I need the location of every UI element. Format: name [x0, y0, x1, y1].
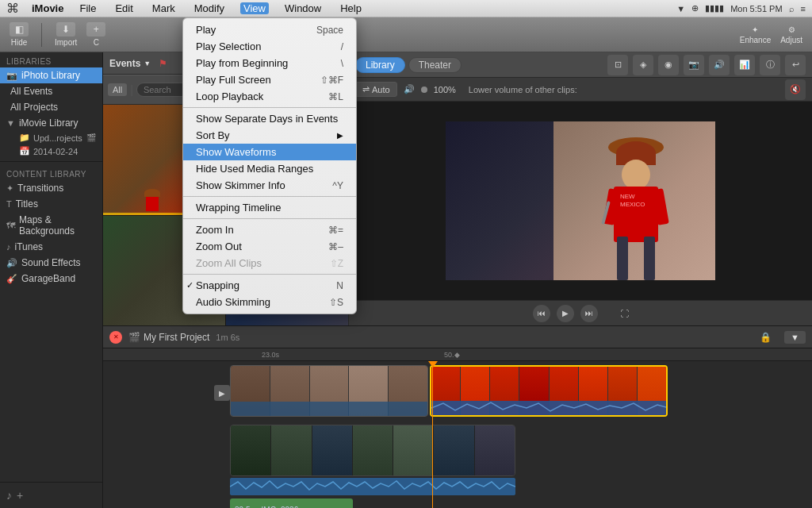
- clock: Mon 5:51 PM: [730, 4, 782, 13]
- menu-show-skimmer-info[interactable]: Show Skimmer Info ^Y: [183, 177, 356, 194]
- menu-help[interactable]: Help: [337, 2, 365, 14]
- menu-show-waveforms[interactable]: Show Waveforms: [183, 144, 356, 160]
- menu-zoom-out[interactable]: Zoom Out ⌘–: [183, 238, 356, 255]
- app-name[interactable]: iMovie: [32, 2, 63, 14]
- menu-zoom-all-clips[interactable]: Zoom All Clips ⇧Z: [183, 255, 356, 271]
- menu-modify[interactable]: Modify: [191, 2, 228, 14]
- menu-play-from-beginning[interactable]: Play from Beginning \: [183, 55, 356, 71]
- menu-divider-2: [183, 196, 356, 197]
- menu-mark[interactable]: Mark: [149, 2, 178, 14]
- menu-wrapping-timeline[interactable]: Wrapping Timeline: [183, 199, 356, 216]
- menubar: ⌘ iMovie File Edit Mark Modify View Wind…: [0, 0, 812, 17]
- check-icon: ✓: [186, 280, 193, 291]
- menu-divider-3: [183, 218, 356, 219]
- menu-audio-skimming[interactable]: Audio Skimming ⇧S: [183, 294, 356, 310]
- menu-extras-icon[interactable]: ≡: [801, 4, 806, 13]
- dropdown-overlay[interactable]: [0, 0, 812, 508]
- spotlight-icon[interactable]: ⌕: [789, 4, 795, 13]
- menu-edit[interactable]: Edit: [112, 2, 136, 14]
- menu-divider-4: [183, 274, 356, 275]
- menu-snapping[interactable]: ✓ Snapping N: [183, 277, 356, 294]
- menu-zoom-in[interactable]: Zoom In ⌘=: [183, 221, 356, 238]
- bluetooth-icon: ⊕: [691, 3, 699, 13]
- dropdown-menu: Play Space Play Selection / Play from Be…: [182, 17, 357, 314]
- apple-menu[interactable]: ⌘: [6, 1, 19, 16]
- wifi-icon: ▼: [676, 4, 685, 13]
- menu-play-selection[interactable]: Play Selection /: [183, 38, 356, 55]
- menu-window[interactable]: Window: [282, 2, 324, 14]
- menu-play[interactable]: Play Space: [183, 21, 356, 38]
- menu-play-full-screen[interactable]: Play Full Screen ⇧⌘F: [183, 71, 356, 88]
- submenu-arrow-icon: ▶: [337, 131, 343, 140]
- menu-separate-days[interactable]: Show Separate Days in Events: [183, 110, 356, 127]
- menu-divider-1: [183, 107, 356, 108]
- menu-loop-playback[interactable]: Loop Playback ⌘L: [183, 88, 356, 105]
- menu-sort-by[interactable]: Sort By ▶: [183, 127, 356, 144]
- menu-view[interactable]: View: [240, 2, 269, 14]
- menu-file[interactable]: File: [76, 2, 99, 14]
- menu-hide-media-ranges[interactable]: Hide Used Media Ranges: [183, 160, 356, 177]
- menubar-right: ▼ ⊕ ▮▮▮▮ Mon 5:51 PM ⌕ ≡: [676, 3, 806, 13]
- battery-icon: ▮▮▮▮: [705, 3, 724, 13]
